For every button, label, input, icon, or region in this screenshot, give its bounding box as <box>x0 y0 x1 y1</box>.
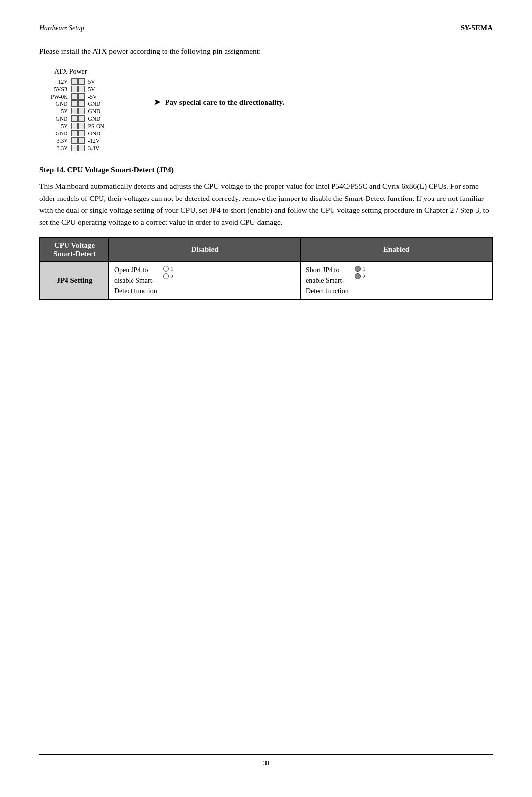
pin-label-left: GND <box>49 115 70 122</box>
header-right: SY-5EMA <box>461 24 493 32</box>
disabled-jp-diagram: 1 2 <box>163 266 174 279</box>
pin1-open-circle <box>163 266 169 272</box>
pin-label-right: 5V <box>86 85 106 93</box>
pin-boxes <box>70 100 86 107</box>
pin-label-right: PS-ON <box>86 122 106 130</box>
pin1-row: 1 <box>163 266 174 272</box>
pin-box-left <box>71 130 78 136</box>
page-footer: 30 <box>39 754 493 767</box>
step14-body: This Mainboard automatically detects and… <box>39 180 493 229</box>
pin-box-left <box>71 108 78 114</box>
pin-box-left <box>71 93 78 100</box>
atx-pin-row: 12V 5V <box>49 78 106 85</box>
pin-box-right <box>78 108 85 114</box>
pin-boxes <box>70 122 86 130</box>
pin-box-left <box>71 145 78 151</box>
enabled-cell: Short JP4 to enable Smart- Detect functi… <box>300 262 492 299</box>
atx-pin-row: 3.3V -12V <box>49 137 106 144</box>
pin-label-left: 12V <box>49 78 70 85</box>
pin-label-right: GND <box>86 107 106 115</box>
pin-boxes <box>70 115 86 122</box>
atx-pin-row: 3.3V 3.3V <box>49 144 106 152</box>
pin-label-left: GND <box>49 130 70 137</box>
table-header-row: CPU VoltageSmart-Detect Disabled Enabled <box>40 238 492 262</box>
pin-box-left <box>71 86 78 92</box>
enabled-pin2-row: 2 <box>355 273 366 279</box>
pin1-label: 1 <box>171 266 174 272</box>
pin1-filled-circle <box>355 266 361 272</box>
atx-section: ATX Power 12V 5V 5VSB 5V PW <box>39 68 493 152</box>
pin-label-right: GND <box>86 115 106 122</box>
pin-boxes <box>70 93 86 100</box>
atx-note: ➤ Pay special care to the directionality… <box>154 98 284 107</box>
header-left: Hardware Setup <box>39 24 84 32</box>
arrow-icon: ➤ <box>154 98 160 107</box>
enabled-jp-diagram: 1 2 <box>355 266 366 279</box>
pin-box-right <box>78 115 85 122</box>
disabled-content: Open JP4 to disable Smart- Detect functi… <box>114 265 295 296</box>
pin-box-right <box>78 93 85 100</box>
atx-note-text: Pay special care to the directionality. <box>165 98 284 107</box>
intro-text: Please install the ATX power according t… <box>39 45 493 57</box>
step14-heading: Step 14. CPU Voltage Smart-Detect (JP4) <box>39 166 493 174</box>
pin-box-left <box>71 78 78 85</box>
pin-box-right <box>78 86 85 92</box>
atx-title: ATX Power <box>54 68 138 76</box>
pin-box-right <box>78 123 85 129</box>
pin-label-left: 3.3V <box>49 137 70 144</box>
table-row: JP4 Setting Open JP4 to disable Smart- D… <box>40 262 492 299</box>
pin-label-left: 5V <box>49 122 70 130</box>
pin-box-right <box>78 130 85 136</box>
pin-boxes <box>70 107 86 115</box>
col2-header: Disabled <box>109 238 300 262</box>
atx-pin-row: GND GND <box>49 130 106 137</box>
pin-boxes <box>70 137 86 144</box>
pin-label-right: -5V <box>86 93 106 100</box>
atx-pin-row: GND GND <box>49 100 106 107</box>
pin-boxes <box>70 144 86 152</box>
pin-boxes <box>70 85 86 93</box>
pin-label-right: 3.3V <box>86 144 106 152</box>
atx-pin-row: 5VSB 5V <box>49 85 106 93</box>
pin-label-right: GND <box>86 100 106 107</box>
pin-box-left <box>71 100 78 107</box>
pin-box-right <box>78 100 85 107</box>
atx-pin-row: 5V GND <box>49 107 106 115</box>
pin-box-right <box>78 137 85 144</box>
pin-box-right <box>78 145 85 151</box>
atx-pin-row: GND GND <box>49 115 106 122</box>
disabled-text: Open JP4 to disable Smart- Detect functi… <box>114 265 157 296</box>
atx-pin-table: 12V 5V 5VSB 5V PW-0K <box>49 78 106 152</box>
jp4-label: JP4 Setting <box>40 262 109 299</box>
pin2-filled-circle <box>355 273 361 279</box>
pin-box-left <box>71 137 78 144</box>
enabled-text: Short JP4 to enable Smart- Detect functi… <box>306 265 349 296</box>
pin-label-right: -12V <box>86 137 106 144</box>
pin-label-left: 3.3V <box>49 144 70 152</box>
cpu-voltage-table: CPU VoltageSmart-Detect Disabled Enabled… <box>39 237 493 300</box>
enabled-pin1-row: 1 <box>355 266 366 272</box>
col1-header: CPU VoltageSmart-Detect <box>40 238 109 262</box>
pin-label-left: PW-0K <box>49 93 70 100</box>
disabled-cell: Open JP4 to disable Smart- Detect functi… <box>109 262 300 299</box>
pin2-label: 2 <box>171 273 174 279</box>
enabled-pin2-label: 2 <box>363 273 366 279</box>
pin-label-left: 5V <box>49 107 70 115</box>
pin-label-right: 5V <box>86 78 106 85</box>
atx-diagram: ATX Power 12V 5V 5VSB 5V PW <box>39 68 138 152</box>
col3-header: Enabled <box>300 238 492 262</box>
pin-label-left: 5VSB <box>49 85 70 93</box>
enabled-content: Short JP4 to enable Smart- Detect functi… <box>306 265 487 296</box>
pin-box-left <box>71 115 78 122</box>
page: Hardware Setup SY-5EMA Please install th… <box>0 0 532 797</box>
pin2-open-circle <box>163 273 169 279</box>
pin-box-left <box>71 123 78 129</box>
pin-boxes <box>70 78 86 85</box>
atx-pin-row: 5V PS-ON <box>49 122 106 130</box>
pin-boxes <box>70 130 86 137</box>
pin-label-left: GND <box>49 100 70 107</box>
page-number: 30 <box>263 760 269 767</box>
pin-label-right: GND <box>86 130 106 137</box>
enabled-pin1-label: 1 <box>363 266 366 272</box>
pin-box-right <box>78 78 85 85</box>
